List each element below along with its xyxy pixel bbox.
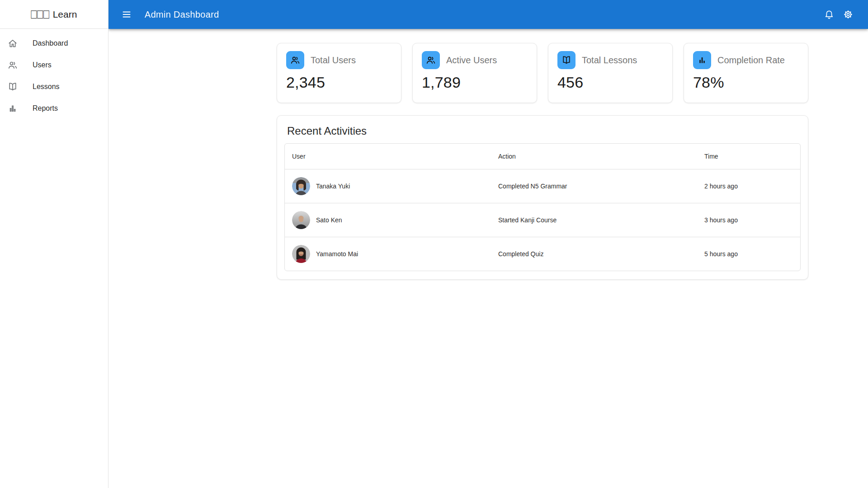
- time-text: 5 hours ago: [697, 250, 800, 258]
- menu-button[interactable]: [116, 4, 137, 25]
- time-text: 2 hours ago: [697, 183, 800, 190]
- column-header-user: User: [285, 153, 491, 160]
- gear-icon: [843, 9, 854, 20]
- bell-icon: [824, 9, 835, 20]
- missing-glyph-boxes: □□□: [31, 6, 50, 22]
- menu-icon: [121, 9, 132, 20]
- stat-value: 1,789: [422, 74, 528, 91]
- book-icon: [7, 81, 33, 92]
- user-name: Yamamoto Mai: [316, 250, 358, 258]
- sidebar-item-lessons[interactable]: Lessons: [0, 76, 108, 98]
- people-icon: [422, 51, 440, 69]
- avatar: [292, 177, 310, 195]
- stat-value: 2,345: [286, 74, 392, 91]
- brand-label: Learn: [53, 9, 77, 20]
- sidebar-item-label: Reports: [33, 104, 58, 113]
- sidebar-item-users[interactable]: Users: [0, 54, 108, 76]
- sidebar-item-label: Users: [33, 61, 52, 69]
- book-icon: [557, 51, 576, 69]
- bar-chart-icon: [693, 51, 711, 69]
- stat-label: Total Lessons: [582, 55, 637, 66]
- people-icon: [7, 60, 33, 70]
- page-title: Admin Dashboard: [145, 9, 219, 20]
- table-header: User Action Time: [285, 144, 800, 169]
- sidebar-item-label: Lessons: [33, 83, 60, 91]
- table-row: Sato Ken Started Kanji Course 3 hours ag…: [285, 203, 800, 237]
- avatar: [292, 245, 310, 263]
- recent-activities-card: Recent Activities User Action Time: [277, 115, 808, 280]
- sidebar-item-dashboard[interactable]: Dashboard: [0, 33, 108, 54]
- notifications-button[interactable]: [820, 5, 838, 23]
- stat-value: 78%: [693, 74, 799, 91]
- stat-card-total-users: Total Users 2,345: [277, 43, 401, 103]
- avatar: [292, 211, 310, 229]
- stat-value: 456: [557, 74, 663, 91]
- stat-card-active-users: Active Users 1,789: [412, 43, 537, 103]
- activities-table: User Action Time: [284, 143, 801, 271]
- user-name: Tanaka Yuki: [316, 183, 350, 190]
- home-icon: [7, 38, 33, 49]
- time-text: 3 hours ago: [697, 216, 800, 224]
- sidebar-item-label: Dashboard: [33, 39, 68, 47]
- stats-row: Total Users 2,345 Active Users 1,789: [277, 43, 808, 103]
- action-text: Completed Quiz: [491, 250, 697, 258]
- section-title: Recent Activities: [287, 125, 801, 137]
- stat-label: Active Users: [446, 55, 497, 66]
- sidebar-nav: Dashboard Users Lessons: [0, 29, 108, 119]
- table-row: Yamamoto Mai Completed Quiz 5 hours ago: [285, 237, 800, 271]
- stat-card-completion-rate: Completion Rate 78%: [684, 43, 808, 103]
- action-text: Started Kanji Course: [491, 216, 697, 224]
- settings-button[interactable]: [839, 5, 857, 23]
- sidebar: □□□ Learn Dashboard Users: [0, 0, 108, 488]
- brand-logo: □□□ Learn: [0, 0, 108, 29]
- main-content: Total Users 2,345 Active Users 1,789: [108, 29, 868, 280]
- bar-chart-icon: [7, 103, 33, 114]
- sidebar-item-reports[interactable]: Reports: [0, 98, 108, 119]
- stat-label: Completion Rate: [717, 55, 785, 66]
- action-text: Completed N5 Grammar: [491, 183, 697, 190]
- stat-label: Total Users: [311, 55, 356, 66]
- column-header-action: Action: [491, 153, 697, 160]
- appbar-actions: [820, 5, 857, 23]
- app-bar: Admin Dashboard: [108, 0, 868, 29]
- column-header-time: Time: [697, 153, 800, 160]
- people-icon: [286, 51, 304, 69]
- user-name: Sato Ken: [316, 216, 342, 224]
- stat-card-total-lessons: Total Lessons 456: [548, 43, 673, 103]
- table-row: Tanaka Yuki Completed N5 Grammar 2 hours…: [285, 169, 800, 203]
